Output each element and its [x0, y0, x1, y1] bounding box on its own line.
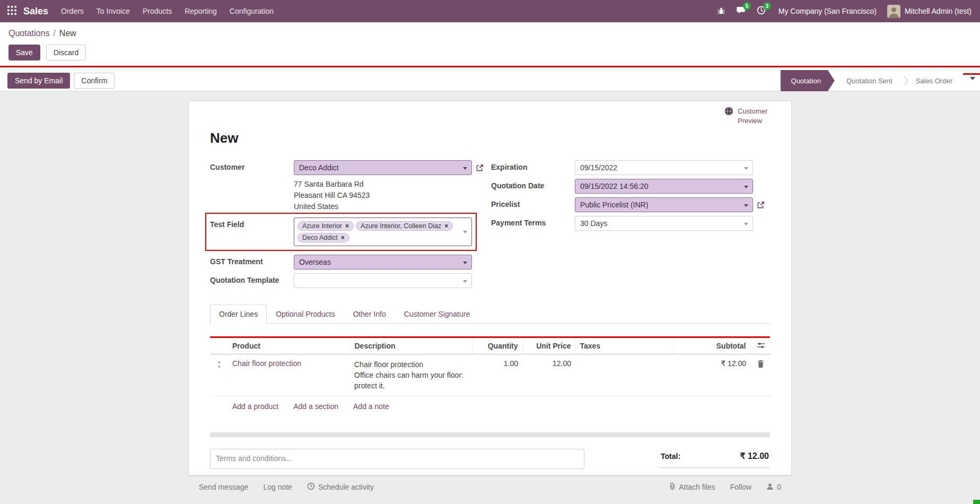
confirm-button[interactable]: Confirm	[74, 73, 115, 89]
stage-quotation[interactable]: Quotation	[781, 70, 835, 91]
menu-to-invoice[interactable]: To Invoice	[90, 0, 136, 22]
schedule-activity-button[interactable]: Schedule activity	[307, 482, 374, 492]
tag-remove-icon[interactable]: ×	[341, 234, 345, 241]
customer-input[interactable]: Deco Addict	[294, 160, 472, 175]
customer-external-link-icon[interactable]	[476, 164, 484, 172]
test-field-input[interactable]: Azure Interior× Azure Interior, Colleen …	[294, 218, 472, 246]
send-message-button[interactable]: Send message	[199, 483, 248, 491]
navbar-menus: Orders To Invoice Products Reporting Con…	[55, 0, 280, 22]
discard-button[interactable]: Discard	[46, 45, 86, 60]
expiration-input[interactable]: 09/15/2022	[575, 160, 753, 175]
column-header-quantity[interactable]: Quantity	[472, 338, 522, 354]
terms-and-conditions-input[interactable]	[210, 449, 584, 469]
description-line: Chair floor protection	[354, 359, 468, 370]
quotation-date-input[interactable]: 09/15/2022 14:56:20	[575, 179, 753, 194]
statusbar: Send by Email Confirm Quotation Quotatio…	[0, 70, 980, 91]
address-line: 77 Santa Barbara Rd	[294, 179, 475, 190]
tag-azure-interior-colleen-diaz: Azure Interior, Colleen Diaz×	[356, 221, 453, 231]
column-header-product[interactable]: Product	[228, 338, 350, 354]
user-name: Mitchell Admin (test)	[905, 7, 972, 15]
save-button[interactable]: Save	[8, 45, 40, 60]
debug-bug-icon[interactable]	[712, 0, 731, 22]
menu-products[interactable]: Products	[136, 0, 178, 22]
gst-treatment-field-row: GST Treatment Overseas	[210, 255, 475, 270]
customer-preview-link[interactable]: Customer Preview	[724, 107, 783, 125]
stage-label: Quotation	[791, 77, 821, 85]
app-root: Sales Orders To Invoice Products Reporti…	[0, 0, 980, 504]
column-header-unit-price[interactable]: Unit Price	[522, 338, 575, 354]
column-header-description[interactable]: Description	[350, 338, 472, 354]
datepicker-caret-icon[interactable]	[744, 186, 748, 188]
dropdown-caret-icon[interactable]	[463, 280, 467, 283]
stage-label: Quotation Sent	[846, 77, 892, 85]
navbar-right: 5 3 My Company (San Francisco) Mitchell …	[712, 0, 975, 22]
notebook-tabs: Order Lines Optional Products Other Info…	[210, 305, 770, 324]
pricelist-label: Pricelist	[491, 197, 575, 208]
stage-sales-order[interactable]: Sales Order	[904, 70, 964, 91]
gst-treatment-select[interactable]: Overseas	[294, 255, 472, 270]
activities-badge: 3	[763, 2, 771, 10]
tab-optional-products[interactable]: Optional Products	[267, 305, 344, 324]
select-caret-icon[interactable]	[463, 262, 467, 264]
chatter-right-group: Attach files Follow 0	[669, 482, 781, 492]
attach-files-label: Attach files	[679, 483, 715, 491]
description-line: Office chairs can harm your floor:	[354, 370, 468, 380]
send-by-email-button[interactable]: Send by Email	[7, 73, 70, 89]
customer-address: 77 Santa Barbara Rd Pleasant Hill CA 945…	[294, 179, 475, 212]
drag-handle-icon[interactable]	[210, 354, 228, 396]
add-a-section-link[interactable]: Add a section	[293, 402, 338, 411]
followers-button[interactable]: 0	[766, 483, 781, 492]
attach-files-button[interactable]: Attach files	[669, 482, 715, 492]
order-line-unit-price[interactable]: 12.00	[522, 354, 575, 396]
order-line-taxes[interactable]	[575, 354, 673, 396]
add-a-note-link[interactable]: Add a note	[353, 402, 389, 411]
stage-quotation-sent[interactable]: Quotation Sent	[835, 70, 904, 91]
quotation-template-input[interactable]	[294, 273, 472, 288]
navbar-left: Sales Orders To Invoice Products Reporti…	[2, 0, 280, 22]
order-line-description[interactable]: Chair floor protection Office chairs can…	[350, 354, 472, 396]
user-menu[interactable]: Mitchell Admin (test)	[884, 5, 975, 18]
tab-label: Optional Products	[276, 310, 335, 318]
expiration-value: 09/15/2022	[580, 163, 617, 172]
tab-order-lines[interactable]: Order Lines	[210, 305, 267, 324]
quotation-form-sheet: Customer Preview New Customer Deco Addic…	[188, 101, 792, 475]
tag-remove-icon[interactable]: ×	[444, 223, 448, 229]
delete-row-trash-icon[interactable]	[750, 354, 771, 396]
dropdown-caret-icon[interactable]	[744, 204, 748, 207]
column-header-taxes[interactable]: Taxes	[575, 338, 673, 354]
dropdown-caret-icon[interactable]	[744, 223, 748, 225]
dropdown-caret-icon[interactable]	[463, 167, 467, 170]
datepicker-caret-icon[interactable]	[744, 167, 748, 170]
follow-button[interactable]: Follow	[730, 483, 751, 491]
menu-orders[interactable]: Orders	[55, 0, 90, 22]
pricelist-external-link-icon[interactable]	[757, 201, 765, 209]
order-line-product-link[interactable]: Chair floor protection	[232, 359, 301, 368]
control-panel: Quotations/New Save Discard	[0, 22, 980, 66]
activities-button[interactable]: 3	[752, 0, 771, 22]
breadcrumb-quotations[interactable]: Quotations	[8, 29, 49, 38]
tag-remove-icon[interactable]: ×	[345, 223, 349, 229]
menu-configuration[interactable]: Configuration	[223, 0, 280, 22]
quotation-date-value: 09/15/2022 14:56:20	[580, 182, 648, 190]
quotation-template-field-row: Quotation Template	[210, 273, 475, 288]
order-line-quantity[interactable]: 1.00	[472, 354, 522, 396]
tab-other-info[interactable]: Other Info	[344, 305, 395, 324]
main-content: Customer Preview New Customer Deco Addic…	[0, 91, 980, 504]
dropdown-caret-icon[interactable]	[463, 231, 467, 233]
optional-columns-icon[interactable]	[750, 338, 771, 354]
company-switcher[interactable]: My Company (San Francisco)	[772, 7, 883, 15]
pricelist-input[interactable]: Public Pricelist (INR)	[575, 197, 753, 212]
payment-terms-input[interactable]: 30 Days	[575, 216, 753, 231]
breadcrumb: Quotations/New	[8, 29, 972, 38]
apps-menu-button[interactable]	[2, 0, 21, 22]
pricelist-value: Public Pricelist (INR)	[580, 201, 648, 209]
add-a-product-link[interactable]: Add a product	[232, 402, 278, 411]
send-message-label: Send message	[199, 483, 248, 491]
app-brand[interactable]: Sales	[23, 6, 48, 17]
tab-customer-signature[interactable]: Customer Signature	[395, 305, 479, 324]
log-note-button[interactable]: Log note	[263, 483, 292, 491]
order-lines-table: Product Description Quantity Unit Price …	[210, 336, 770, 416]
messages-button[interactable]: 5	[732, 0, 751, 22]
column-header-subtotal[interactable]: Subtotal	[673, 338, 750, 354]
menu-reporting[interactable]: Reporting	[178, 0, 223, 22]
